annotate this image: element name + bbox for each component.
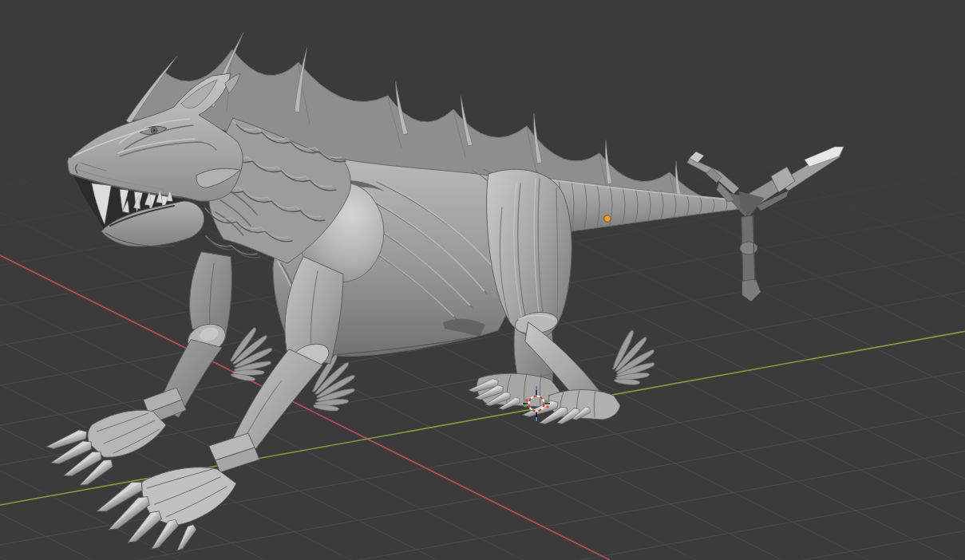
cursor-3d-part-11 [524, 404, 526, 407]
cursor-3d-part-12 [544, 400, 547, 402]
scene-svg [0, 0, 965, 560]
cursor-3d-part-9 [525, 399, 528, 401]
cursor-3d-part-10 [546, 405, 548, 408]
viewport-3d[interactable] [0, 0, 965, 560]
eye-pupil [153, 129, 156, 132]
tail-strap-part-2 [740, 242, 757, 254]
object-origin-dot[interactable] [604, 215, 611, 222]
